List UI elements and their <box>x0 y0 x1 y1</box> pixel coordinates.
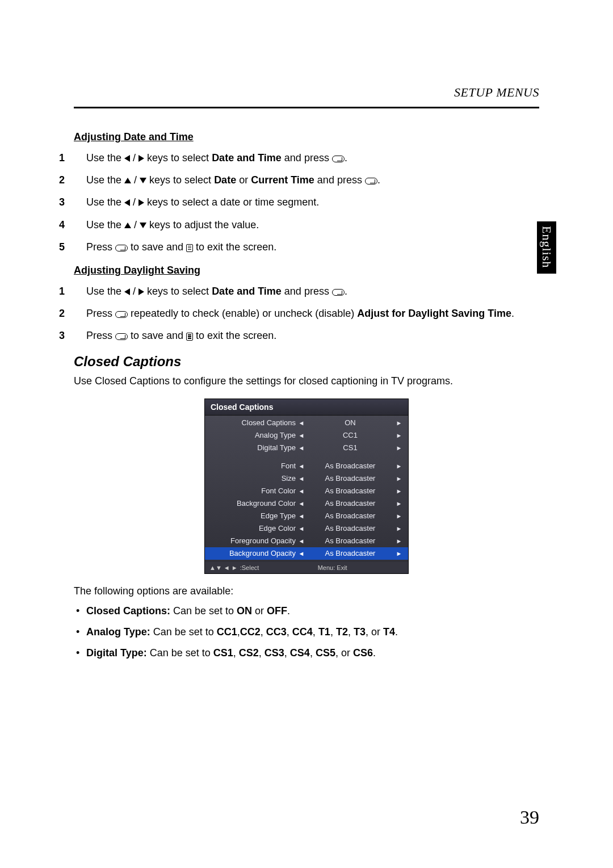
step-2: 2Use the / keys to select Date or Curren… <box>74 173 539 187</box>
right-arrow-icon[interactable]: ► <box>394 475 404 482</box>
up-arrow-icon <box>124 178 131 183</box>
bold-text: CS5 <box>316 647 335 659</box>
menu-row[interactable]: Font◄As Broadcaster► <box>205 460 408 472</box>
left-arrow-icon[interactable]: ◄ <box>297 488 306 494</box>
nav-arrows-icon: ▲▼ ◄ ► <box>209 564 238 571</box>
menu-row-label: Foreground Opacity <box>205 536 297 545</box>
menu-row[interactable]: Background Opacity◄As Broadcaster► <box>205 547 408 560</box>
menu-row[interactable]: Analog Type◄CC1► <box>205 429 408 442</box>
text: Use the <box>86 286 124 297</box>
right-arrow-icon[interactable]: ► <box>394 500 404 507</box>
menu-body: Closed Captions◄ON►Analog Type◄CC1►Digit… <box>205 416 408 562</box>
menu-footer: ▲▼ ◄ ► :Select Menu: Exit <box>205 562 408 573</box>
left-arrow-icon <box>124 288 130 295</box>
right-arrow-icon <box>138 199 144 206</box>
menu-row-value: As Broadcaster <box>306 511 394 520</box>
steps-adjust-daylight: 1Use the / keys to select Date and Time … <box>74 284 539 343</box>
text: keys to select <box>144 152 212 163</box>
left-arrow-icon[interactable]: ◄ <box>297 538 306 544</box>
menu-row-label: Digital Type <box>205 443 297 452</box>
bold-text: CS3 <box>264 647 284 659</box>
text: keys to adjust the value. <box>146 219 259 230</box>
enter-icon <box>332 156 345 162</box>
bold-text: T3 <box>354 626 366 638</box>
text: to save and <box>128 241 186 253</box>
right-arrow-icon[interactable]: ► <box>394 513 404 519</box>
page-number: 39 <box>520 807 539 828</box>
left-arrow-icon[interactable]: ◄ <box>297 550 306 557</box>
menu-row[interactable]: Edge Type◄As Broadcaster► <box>205 510 408 522</box>
left-arrow-icon[interactable]: ◄ <box>297 475 306 482</box>
left-arrow-icon[interactable]: ◄ <box>297 463 306 469</box>
right-arrow-icon[interactable]: ► <box>394 538 404 544</box>
menu-row-value: CS1 <box>306 443 394 452</box>
enter-icon <box>115 245 128 251</box>
text: Press <box>86 330 115 341</box>
menu-row[interactable]: Edge Color◄As Broadcaster► <box>205 522 408 535</box>
step-1: 1Use the / keys to select Date and Time … <box>74 284 539 299</box>
menu-icon <box>186 244 193 252</box>
menu-row-value: As Broadcaster <box>306 487 394 495</box>
menu-row[interactable]: Foreground Opacity◄As Broadcaster► <box>205 535 408 547</box>
menu-row-label: Closed Captions <box>205 418 297 427</box>
option-analog-type: Analog Type: Can be set to CC1,CC2, CC3,… <box>86 625 539 639</box>
menu-row-label: Edge Color <box>205 524 297 532</box>
right-arrow-icon[interactable]: ► <box>394 463 404 469</box>
text: Press <box>86 308 115 319</box>
text: Use the <box>86 152 124 163</box>
enter-icon <box>115 311 128 318</box>
menu-row-value: As Broadcaster <box>306 462 394 470</box>
footer-select: :Select <box>240 564 259 571</box>
text: to exit the screen. <box>193 241 276 253</box>
left-arrow-icon[interactable]: ◄ <box>297 445 306 451</box>
menu-row-value: As Broadcaster <box>306 499 394 508</box>
text: keys to select a date or time segment. <box>144 196 319 208</box>
text: Press <box>86 241 115 253</box>
menu-row-label: Font Color <box>205 487 297 495</box>
right-arrow-icon[interactable]: ► <box>394 550 404 557</box>
menu-row-label: Background Opacity <box>205 549 297 557</box>
left-arrow-icon[interactable]: ◄ <box>297 500 306 507</box>
left-arrow-icon[interactable]: ◄ <box>297 513 306 519</box>
enter-icon <box>332 289 345 296</box>
text: and press <box>282 286 332 297</box>
right-arrow-icon[interactable]: ► <box>394 432 404 439</box>
menu-row[interactable]: Background Color◄As Broadcaster► <box>205 497 408 510</box>
bold-text: Digital Type: <box>86 647 147 659</box>
text: or <box>252 605 267 617</box>
menu-row-label: Analog Type <box>205 431 297 439</box>
text: keys to select <box>146 174 214 186</box>
menu-row-value: As Broadcaster <box>306 549 394 557</box>
bold-text: Current Time <box>251 174 314 186</box>
bold-text: OFF <box>267 605 287 617</box>
text: Can be set to <box>150 626 217 638</box>
menu-row[interactable]: Size◄As Broadcaster► <box>205 472 408 485</box>
right-arrow-icon[interactable]: ► <box>394 488 404 494</box>
left-arrow-icon[interactable]: ◄ <box>297 525 306 532</box>
right-arrow-icon[interactable]: ► <box>394 525 404 532</box>
left-arrow-icon[interactable]: ◄ <box>297 432 306 439</box>
bold-text: T4 <box>383 626 395 638</box>
right-arrow-icon[interactable]: ► <box>394 445 404 451</box>
step-3: 3Press to save and to exit the screen. <box>74 329 539 343</box>
right-arrow-icon[interactable]: ► <box>394 420 404 426</box>
option-closed-captions: Closed Captions: Can be set to ON or OFF… <box>86 604 539 618</box>
bold-text: CS2 <box>239 647 259 659</box>
text: to save and <box>128 330 186 341</box>
bold-text: CS1 <box>213 647 233 659</box>
menu-row[interactable]: Closed Captions◄ON► <box>205 417 408 429</box>
intro-text: Use Closed Captions to configure the set… <box>74 374 539 388</box>
bold-text: ON <box>237 605 252 617</box>
step-1: 1Use the / keys to select Date and Time … <box>74 151 539 165</box>
bold-text: CC3 <box>266 626 287 638</box>
right-arrow-icon <box>138 155 144 162</box>
step-2: 2Press repeatedly to check (enable) or u… <box>74 307 539 321</box>
left-arrow-icon[interactable]: ◄ <box>297 420 306 426</box>
menu-row-value: As Broadcaster <box>306 474 394 483</box>
menu-row[interactable]: Font Color◄As Broadcaster► <box>205 485 408 497</box>
left-arrow-icon <box>124 199 130 206</box>
menu-row-label: Edge Type <box>205 511 297 520</box>
bold-text: CC4 <box>292 626 313 638</box>
text: and press <box>314 174 365 186</box>
menu-row[interactable]: Digital Type◄CS1► <box>205 442 408 454</box>
